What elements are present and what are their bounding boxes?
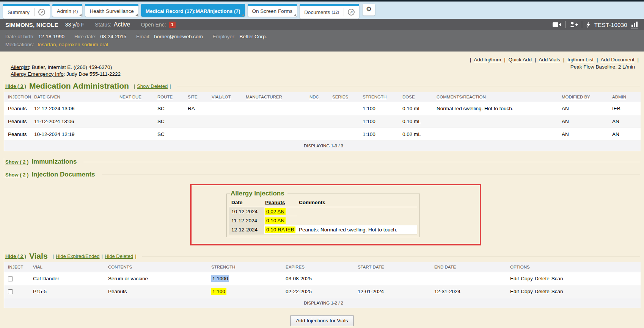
add-person-icon[interactable] [570, 22, 578, 28]
vial-inject-checkbox[interactable] [8, 289, 13, 294]
peanuts-column-link[interactable]: Peanuts [265, 200, 285, 205]
col-ai-comments: Comments [297, 198, 417, 207]
cell-injection: Peanuts [4, 102, 33, 115]
vials-hide-toggle[interactable]: Hide ( 2 ) [5, 253, 26, 259]
show-deleted-link[interactable]: Show Deleted [137, 83, 168, 89]
col-comments-reaction[interactable]: COMMENTS/REACTION [435, 92, 560, 102]
delete-link[interactable]: Delete [535, 276, 550, 281]
hide-expired-ended-link[interactable]: Hide Expired/Ended [56, 253, 100, 259]
peak-flow-baseline-link[interactable]: Peak Flow Baseline [570, 64, 616, 70]
tab-on-screen-forms[interactable]: On Screen Forms [248, 4, 297, 17]
cell-vial-lot [210, 102, 244, 115]
vial-row: Cat Dander Serum or vaccine 1:1000 03-08… [4, 272, 641, 285]
med-admin-paging-row: DISPLAYING 1-3 / 3 [4, 141, 641, 151]
scan-link[interactable]: Scan [551, 276, 563, 281]
col-vial-lot[interactable]: VIAL/LOT [210, 92, 244, 102]
edit-link[interactable]: Edit [510, 276, 519, 281]
tab-health-surveillance[interactable]: Health Surveillance [85, 4, 138, 17]
tab-documents[interactable]: Documents (12) ↗ [300, 4, 359, 19]
col-site[interactable]: SITE [186, 92, 210, 102]
med-admin-hide-toggle[interactable]: Hide ( 3 ) [5, 83, 26, 89]
col-series[interactable]: SERIES [331, 92, 361, 102]
col-strength[interactable]: STRENGTH [361, 92, 401, 102]
quick-add-link[interactable]: Quick Add [508, 57, 532, 62]
dob-value: 12-18-1990 [38, 34, 64, 39]
ai-dose-cell: 0.02 AN [264, 207, 297, 216]
add-inj-imm-link[interactable]: Add Inj/Imm [474, 57, 501, 62]
col-inject: INJECT [4, 262, 31, 272]
col-ndc[interactable]: NDC [308, 92, 331, 102]
section-vials: Hide ( 2 ) Vials | Hide Expired/Ended | … [4, 251, 640, 308]
tab-admin-count: (4) [73, 9, 78, 14]
section-rule [102, 175, 640, 175]
cell-manufacturer [244, 115, 308, 128]
tab-admin[interactable]: Admin (4) [52, 4, 83, 17]
col-expires[interactable]: EXPIRES [284, 262, 356, 272]
allergist-link[interactable]: Allergist [11, 64, 29, 70]
medication-link-losartan[interactable]: losartan [38, 42, 56, 47]
dose-link[interactable]: 0.02 [266, 209, 276, 214]
initials-link[interactable]: AN [277, 218, 284, 223]
open-encounter-badge[interactable]: 1 [169, 22, 176, 28]
vial-inject-checkbox[interactable] [8, 276, 13, 281]
bar-chart-icon[interactable] [631, 21, 639, 28]
link-separator: | [470, 57, 471, 62]
dose-link[interactable]: 0.10 [266, 227, 276, 233]
copy-link[interactable]: Copy [521, 289, 533, 294]
tab-documents-count: (12) [331, 10, 339, 14]
col-end-date[interactable]: END DATE [433, 262, 509, 272]
injection-documents-show-toggle[interactable]: Show ( 2 ) [5, 172, 28, 178]
col-vial-strength[interactable]: STRENGTH [210, 262, 284, 272]
cell-modified-by: AN [560, 128, 611, 141]
cell-injection: Peanuts [4, 115, 33, 128]
col-dose[interactable]: DOSE [401, 92, 435, 102]
scan-link[interactable]: Scan [551, 289, 563, 294]
edit-link[interactable]: Edit [510, 289, 519, 294]
video-camera-icon[interactable] [553, 22, 562, 28]
settings-gear-icon[interactable]: ⚙ [363, 4, 375, 16]
col-route[interactable]: ROUTE [156, 92, 186, 102]
cell-strength: 1:100 [361, 102, 401, 115]
link-separator: | [637, 57, 639, 62]
tab-summary[interactable]: Summary ↗ [3, 4, 50, 19]
popout-arrow-icon[interactable]: ↗ [38, 9, 45, 16]
cell-date-given: 12-12-2024 13:06 [33, 102, 118, 115]
medications-label: Medications: [5, 42, 34, 47]
cell-dose: 0.10 mL [401, 115, 435, 128]
inj-imm-list-link[interactable]: Inj/Imm List [567, 57, 594, 62]
cell-next-due [118, 102, 156, 115]
col-modified-by[interactable]: MODIFIED BY [560, 92, 611, 102]
cell-route: SC [156, 128, 186, 141]
cell-end-date: 12-31-2024 [433, 285, 509, 298]
popout-arrow-icon[interactable]: ↗ [348, 9, 355, 16]
add-document-link[interactable]: Add Document [600, 57, 634, 62]
tab-medical-record-active[interactable]: Medical Record (17):MAR/Injections (7) [141, 4, 245, 17]
col-start-date[interactable]: START DATE [356, 262, 433, 272]
allergy-injection-row: 10-12-2024 0.02 AN [229, 207, 417, 216]
dose-link[interactable]: 0.10 [266, 218, 276, 223]
section-medication-administration: Hide ( 3 ) Medication Administration | S… [4, 81, 640, 151]
copy-link[interactable]: Copy [521, 276, 533, 281]
allergy-emergency-info-link[interactable]: Allergy Emergency Info [11, 71, 64, 77]
hide-deleted-link[interactable]: Hide Deleted [105, 253, 133, 259]
delete-link[interactable]: Delete [535, 289, 550, 294]
col-vial[interactable]: VIAL [31, 262, 107, 272]
add-injections-for-vials-button[interactable]: Add Injections for Vials [290, 315, 353, 326]
initials-link[interactable]: AN [277, 209, 284, 214]
lightning-bolt-icon[interactable] [586, 22, 591, 28]
strength-highlight-yellow: 1:100 [211, 288, 226, 295]
vial-row: P15-5 Peanuts 1:100 02-22-2025 12-01-202… [4, 285, 641, 298]
col-admin[interactable]: ADMIN [611, 92, 641, 102]
col-injection[interactable]: INJECTION [4, 92, 33, 102]
col-manufacturer[interactable]: MANUFACTURER [244, 92, 308, 102]
allergy-injections-highlight-box: Allergy Injections Date Peanuts Comments… [190, 184, 481, 245]
immunizations-show-toggle[interactable]: Show ( 2 ) [5, 159, 28, 165]
col-ai-date: Date [229, 198, 264, 207]
add-vials-link[interactable]: Add Vials [539, 57, 560, 62]
initials-link[interactable]: IEB [286, 227, 294, 233]
col-contents[interactable]: CONTENTS [107, 262, 210, 272]
medication-link-naproxen[interactable]: naproxen sodium oral [59, 42, 108, 47]
col-next-due[interactable]: NEXT DUE [118, 92, 156, 102]
col-date-given[interactable]: DATE GIVEN [33, 92, 118, 102]
col-ai-vial-peanuts[interactable]: Peanuts [264, 198, 297, 207]
